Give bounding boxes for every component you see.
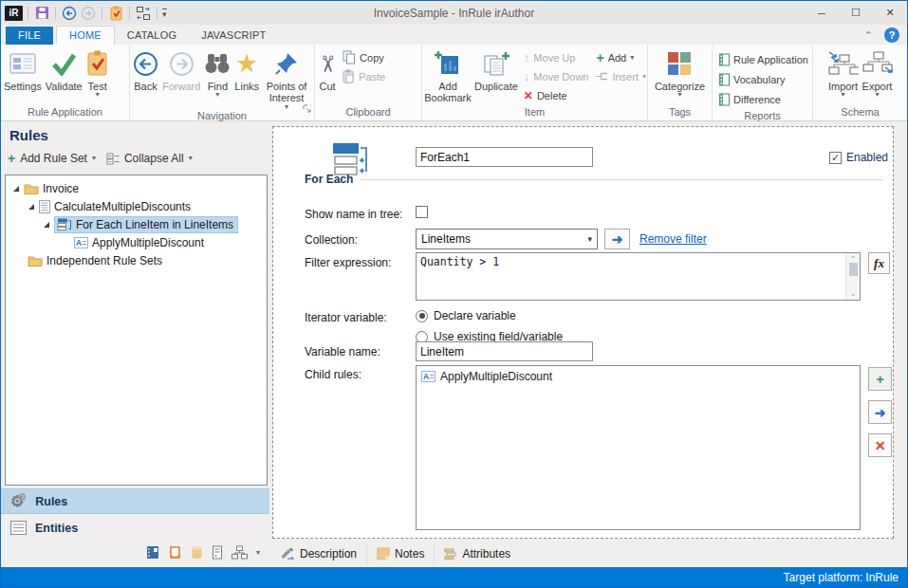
dialog-launcher-icon[interactable] — [303, 100, 311, 117]
export-button[interactable]: Export ▾ — [861, 46, 895, 106]
arrow-up-icon: ↑ — [524, 50, 530, 64]
tree-selection: For Each LineItem in LineItems — [54, 216, 238, 233]
tree-expander-icon — [43, 221, 50, 229]
import-button[interactable]: Import ▾ — [826, 46, 861, 106]
tree-item-invoice[interactable]: Invoice — [6, 179, 267, 197]
tab-home[interactable]: HOME — [56, 26, 115, 45]
filter-expression-input[interactable]: Quantity > 1 — [417, 253, 845, 300]
bottom-tabs: Description Notes Attributes — [270, 542, 520, 565]
back-icon[interactable] — [61, 5, 78, 22]
application-window: iR ▾ InvoiceSample - InRule irAutho — [0, 0, 908, 588]
categorize-button[interactable]: Categorize ▾ — [653, 46, 707, 106]
remove-filter-link[interactable]: Remove filter — [639, 232, 707, 246]
add-rule-set-button[interactable]: Add Rule Set — [20, 152, 87, 165]
sidebar-nav-entities[interactable]: Entities — [1, 515, 269, 541]
validate-button[interactable]: Validate — [44, 46, 84, 106]
chevron-down-icon: ▾ — [96, 92, 100, 98]
data-cylinder-icon[interactable] — [191, 545, 203, 560]
chevron-down-icon[interactable]: ▾ — [189, 156, 193, 161]
help-icon[interactable]: ? — [884, 28, 899, 43]
collapse-ribbon-icon[interactable]: ⌃ — [864, 29, 873, 42]
tree-item-calculate-multiple-discounts[interactable]: CalculateMultipleDiscounts — [6, 197, 267, 215]
variable-name-input[interactable] — [416, 341, 593, 361]
difference-report-button[interactable]: Difference — [715, 91, 810, 107]
sidebar-nav-rules[interactable]: ⚙⚙ Rules — [1, 488, 269, 514]
tree-item-foreach[interactable]: For Each LineItem in LineItems — [6, 215, 267, 233]
plus-icon: + — [876, 372, 883, 387]
main-content: Rules + Add Rule Set ▾ Collapse All ▾ In… — [1, 121, 907, 567]
delete-x-icon: ✕ — [524, 89, 533, 102]
schema-compare-icon[interactable] — [135, 5, 152, 22]
notes-tab[interactable]: Notes — [367, 543, 435, 564]
attributes-tab[interactable]: Attributes — [435, 543, 520, 564]
ribbon-group-tags: Categorize ▾ Tags — [648, 45, 713, 120]
close-button[interactable]: ✕ — [873, 2, 907, 25]
app-logo-icon[interactable]: iR — [5, 6, 23, 21]
tree-item-independent-rule-sets[interactable]: Independent Rule Sets — [6, 251, 267, 269]
back-icon — [133, 48, 158, 79]
links-button[interactable]: ★ Links — [232, 46, 261, 110]
tab-file[interactable]: FILE — [6, 27, 53, 45]
duplicate-button[interactable]: Duplicate — [473, 46, 520, 106]
minimize-button[interactable]: ─ — [805, 2, 839, 25]
collapse-all-button[interactable]: Collapse All — [124, 152, 184, 165]
tab-javascript[interactable]: JAVASCRIPT — [189, 27, 278, 45]
delete-x-icon: ✕ — [875, 438, 886, 453]
chevron-down-icon: ▾ — [642, 74, 646, 80]
duplicate-icon — [482, 48, 510, 79]
customize-quick-access-icon[interactable]: ▾ — [162, 9, 167, 18]
vocabulary-book-icon[interactable] — [145, 545, 159, 560]
tab-catalog[interactable]: CATALOG — [115, 27, 189, 45]
goto-child-rule-button[interactable]: ➜ — [868, 400, 892, 424]
chevron-down-icon: ▾ — [630, 55, 634, 61]
description-tab[interactable]: Description — [270, 543, 367, 564]
test-button[interactable]: Test ▾ — [84, 46, 111, 106]
show-name-checkbox[interactable] — [416, 206, 428, 218]
declare-variable-radio[interactable]: Declare variable — [416, 309, 516, 322]
scroll-down-icon[interactable]: ⌄ — [850, 289, 857, 298]
attributes-list-icon — [444, 548, 457, 560]
forward-button: Forward — [160, 46, 202, 110]
window-controls: ─ ☐ ✕ — [805, 2, 907, 25]
child-rules-label: Child rules: — [305, 368, 361, 381]
back-button[interactable]: Back — [131, 46, 160, 110]
chevron-down-icon: ▾ — [677, 92, 681, 98]
add-child-rule-button[interactable]: + — [868, 367, 892, 391]
vocabulary-report-button[interactable]: Vocabulary — [715, 71, 810, 87]
rule-icon: A — [421, 371, 435, 382]
copy-button[interactable]: Copy — [341, 49, 387, 65]
rule-application-report-button[interactable]: Rule Application — [715, 51, 810, 67]
save-icon[interactable] — [33, 5, 50, 22]
find-button[interactable]: Find ▾ — [202, 46, 232, 110]
scroll-thumb[interactable] — [849, 263, 858, 276]
enabled-checkbox[interactable] — [829, 152, 842, 164]
add-bookmark-button[interactable]: Add Bookmark — [423, 46, 473, 106]
org-chart-icon[interactable] — [232, 545, 248, 560]
report-icon — [717, 53, 730, 66]
endpoint-server-icon[interactable] — [212, 545, 223, 560]
template-scroll-icon[interactable] — [168, 545, 182, 560]
test-clipboard-icon[interactable] — [107, 5, 124, 22]
delete-button[interactable]: ✕ Delete — [522, 87, 591, 103]
ruleset-document-icon — [39, 200, 50, 213]
scrollbar[interactable]: ⌃ ⌄ — [845, 253, 860, 300]
insert-icon — [596, 71, 608, 82]
expression-editor-button[interactable]: fx — [868, 252, 890, 274]
settings-button[interactable]: Settings — [2, 46, 44, 106]
chevron-down-icon[interactable]: ▾ — [256, 550, 260, 556]
ribbon-group-rule-application: Settings Validate Test ▾ Rule Applicatio… — [1, 45, 130, 120]
chevron-down-icon[interactable]: ▾ — [92, 156, 96, 161]
goto-collection-button[interactable]: ➜ — [604, 229, 630, 249]
tree-expander-icon — [28, 203, 35, 211]
rule-name-input[interactable] — [416, 147, 593, 167]
child-rules-list[interactable]: A ApplyMultipleDiscount — [416, 365, 861, 530]
tree-item-apply-multiple-discount[interactable]: A ApplyMultipleDiscount — [6, 233, 267, 251]
child-rule-item[interactable]: A ApplyMultipleDiscount — [421, 370, 855, 383]
radio-selected-icon — [416, 310, 428, 322]
arrow-right-icon: ➜ — [612, 231, 623, 247]
collection-dropdown[interactable]: LineItems ▾ — [416, 229, 598, 249]
maximize-button[interactable]: ☐ — [839, 2, 873, 25]
delete-child-rule-button[interactable]: ✕ — [868, 433, 892, 457]
cut-button[interactable]: ✂ Cut — [316, 46, 339, 106]
add-button[interactable]: + Add ▾ — [594, 49, 648, 65]
